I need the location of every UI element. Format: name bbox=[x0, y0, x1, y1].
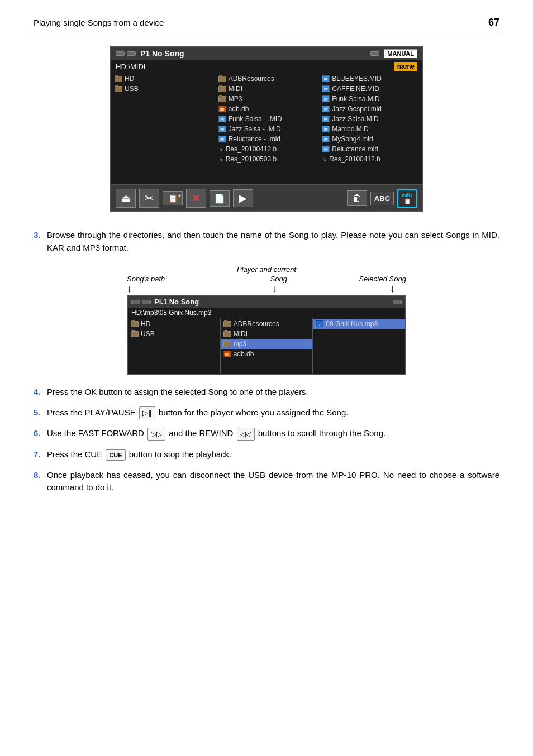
mid-icon: M bbox=[322, 126, 330, 132]
label-song: Song bbox=[270, 275, 287, 283]
cue-icon: CUE bbox=[106, 449, 125, 461]
copy-button[interactable]: 📋+ bbox=[163, 191, 183, 205]
step-4-text: Press the OK button to assign the select… bbox=[47, 386, 499, 399]
step-6: 6. Use the FAST FORWARD ▷▷ and the REWIN… bbox=[34, 427, 499, 441]
cut-button[interactable]: ✂ bbox=[139, 189, 159, 208]
step-8-text: Once playback has ceased, you can discon… bbox=[47, 469, 499, 494]
file-label: Jazz Salsa.MID bbox=[332, 115, 378, 123]
rewind-icon: ◁◁ bbox=[237, 428, 255, 441]
dot-3 bbox=[370, 51, 379, 56]
play-button[interactable]: ▶ bbox=[233, 189, 253, 207]
list-item[interactable]: ↳ Res_20100412.b bbox=[318, 154, 422, 164]
db-icon: db bbox=[218, 106, 226, 112]
file-label: Reluctance.mid bbox=[332, 145, 378, 153]
list-item[interactable]: HD bbox=[111, 74, 215, 84]
page-number: 67 bbox=[488, 17, 499, 28]
file-label: HD bbox=[141, 320, 150, 328]
info-button[interactable]: INfO 📋 bbox=[397, 189, 417, 208]
label-songs-path: Song's path bbox=[127, 275, 165, 283]
list-item[interactable]: M Jazz Gospel.mid bbox=[318, 104, 422, 114]
device-top-bar: P1 No Song MANUAL bbox=[111, 47, 422, 60]
list-item[interactable]: USB bbox=[128, 329, 220, 339]
list-item[interactable]: ↳ Res_20100412.b bbox=[215, 144, 318, 154]
list-item[interactable]: M BLUEEYES.MID bbox=[318, 74, 422, 84]
device-panel: P1 No Song MANUAL HD:\MIDI name HD USB A… bbox=[110, 46, 423, 212]
file-label: 08 Gnik Nus.mp3 bbox=[326, 320, 378, 328]
list-item[interactable]: HD bbox=[128, 319, 220, 329]
step-3-number: 3. bbox=[34, 229, 47, 254]
list-item[interactable]: M MySong4.mid bbox=[318, 134, 422, 144]
step-4: 4. Press the OK button to assign the sel… bbox=[34, 386, 499, 399]
mid-icon: M bbox=[322, 106, 330, 112]
mini-dot-2 bbox=[142, 300, 151, 304]
file-label: Funk Salsa - .MID bbox=[229, 115, 282, 123]
list-item[interactable]: M CAFFEINE.MID bbox=[318, 84, 422, 94]
eject-button[interactable]: ⏏ bbox=[116, 189, 136, 208]
file-col-3: M BLUEEYES.MID M CAFFEINE.MID M Funk Sal… bbox=[318, 73, 422, 184]
mini-path-bar: HD:\mp3\08 Gnik Nus.mp3 bbox=[128, 308, 405, 318]
list-item[interactable]: M Reluctance - .mid bbox=[215, 134, 318, 144]
trash-button[interactable]: 🗑 bbox=[347, 190, 367, 206]
step-3: 3. Browse through the directories, and t… bbox=[34, 229, 499, 254]
file-col-2: ADBResources MIDI MP3 db adb.db M Funk S… bbox=[215, 73, 319, 184]
file-label: ADBResources bbox=[234, 320, 279, 328]
file-label: HD bbox=[125, 75, 134, 83]
delete-button[interactable]: ✕ bbox=[186, 189, 206, 208]
step-5: 5. Press the PLAY/PAUSE ▷‖ button for th… bbox=[34, 406, 499, 420]
mid-icon: M bbox=[218, 136, 226, 142]
mini-title: Pl.1 No Song bbox=[154, 298, 389, 306]
list-item[interactable]: MIDI bbox=[215, 84, 318, 94]
list-item[interactable]: M Jazz Salsa.MID bbox=[318, 114, 422, 124]
list-item[interactable]: mp3 bbox=[221, 339, 313, 349]
folder-icon bbox=[218, 86, 226, 92]
fast-forward-icon: ▷▷ bbox=[147, 428, 165, 441]
mid-icon: M bbox=[322, 85, 330, 92]
list-item[interactable]: MP3 bbox=[215, 94, 318, 104]
step-8: 8. Once playback has ceased, you can dis… bbox=[34, 469, 499, 494]
file-button[interactable]: 📄 bbox=[210, 190, 230, 207]
file-label: CAFFEINE.MID bbox=[332, 85, 379, 93]
list-item[interactable]: db adb.db bbox=[215, 104, 318, 114]
file-label: USB bbox=[125, 85, 139, 93]
mini-file-area: HD USB ADBResources MIDI bbox=[128, 318, 405, 374]
list-item[interactable]: db adb.db bbox=[221, 349, 313, 359]
mid-icon: M bbox=[218, 126, 226, 132]
file-label: mp3 bbox=[234, 340, 246, 348]
mid-icon: M bbox=[322, 75, 330, 82]
list-item[interactable]: ♪ 08 Gnik Nus.mp3 bbox=[313, 319, 405, 329]
steps-4-8: 4. Press the OK button to assign the sel… bbox=[34, 386, 499, 494]
list-item[interactable]: ↳ Res_20100503.b bbox=[215, 154, 318, 164]
list-item[interactable]: ADBResources bbox=[221, 319, 313, 329]
subfolder-icon: ↳ bbox=[218, 156, 223, 163]
label-selected-song: Selected Song bbox=[359, 275, 406, 283]
list-item[interactable]: M Reluctance.mid bbox=[318, 144, 422, 154]
list-item[interactable]: M Funk Salsa - .MID bbox=[215, 114, 318, 124]
folder-icon bbox=[115, 76, 122, 82]
top-bar-dots-right bbox=[370, 51, 379, 56]
device-path-bar: HD:\MIDI name bbox=[111, 60, 422, 73]
file-label: ADBResources bbox=[229, 75, 274, 83]
mini-col-2: ADBResources MIDI mp3 db adb.db bbox=[221, 318, 313, 374]
db-icon: db bbox=[223, 351, 231, 357]
file-label: Res_20100503.b bbox=[226, 155, 277, 163]
list-item[interactable]: USB bbox=[111, 84, 215, 94]
list-item[interactable]: M Jazz Salsa - .MID bbox=[215, 124, 318, 134]
folder-icon bbox=[223, 331, 231, 337]
list-item[interactable]: ADBResources bbox=[215, 74, 318, 84]
dot-2 bbox=[127, 51, 136, 56]
page-title: Playing single Songs from a device bbox=[34, 18, 164, 27]
step-8-number: 8. bbox=[34, 469, 47, 494]
step-7-number: 7. bbox=[34, 448, 47, 461]
file-label: MySong4.mid bbox=[332, 135, 373, 143]
file-label: Jazz Salsa - .MID bbox=[229, 125, 281, 133]
device-path: HD:\MIDI bbox=[116, 63, 145, 71]
subfolder-icon: ↳ bbox=[218, 146, 223, 153]
file-label: BLUEEYES.MID bbox=[332, 75, 382, 83]
arrow-selected: ↓ bbox=[390, 283, 395, 295]
dot-1 bbox=[116, 51, 125, 56]
device-title: P1 No Song bbox=[140, 49, 366, 58]
abc-button[interactable]: ABC bbox=[370, 192, 394, 205]
list-item[interactable]: M Mambo.MID bbox=[318, 124, 422, 134]
list-item[interactable]: MIDI bbox=[221, 329, 313, 339]
list-item[interactable]: M Funk Salsa.MID bbox=[318, 94, 422, 104]
